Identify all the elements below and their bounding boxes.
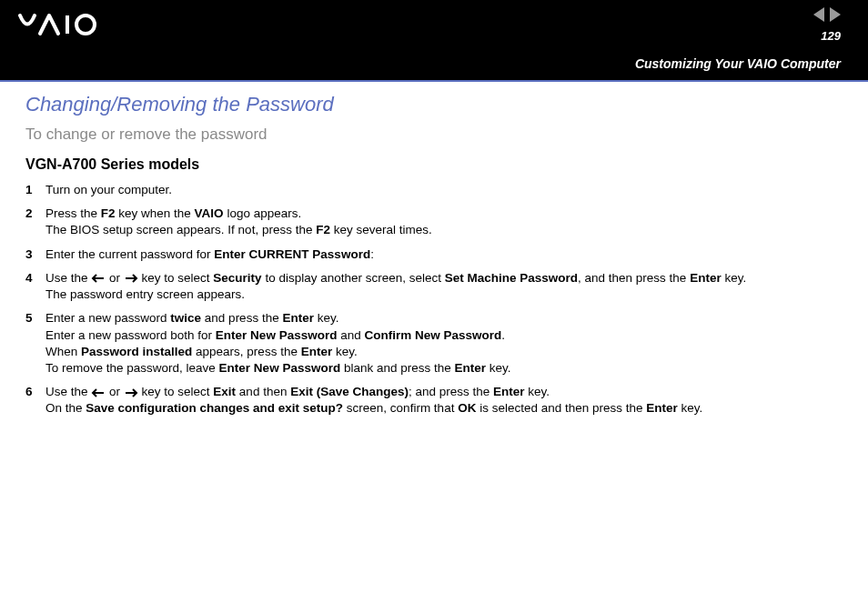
step-body: Use the or key to select Security to dis… [45,270,843,303]
nav-prev-icon[interactable] [813,7,824,22]
step-item: 3Enter the current password for Enter CU… [25,246,843,263]
step-body: Press the F2 key when the VAIO logo appe… [45,206,843,238]
step-item: 5Enter a new password twice and press th… [25,310,843,377]
step-item: 1Turn on your computer. [25,182,843,198]
page-number: 129 [821,29,841,43]
step-body: Turn on your computer. [45,182,843,198]
step-number: 6 [25,384,45,417]
step-body: Enter a new password twice and press the… [45,310,843,377]
step-number: 4 [25,270,45,303]
steps-list: 1Turn on your computer.2Press the F2 key… [25,182,843,417]
step-item: 4Use the or key to select Security to di… [25,270,843,303]
step-number: 5 [25,310,45,377]
step-number: 2 [25,206,45,238]
nav-next-icon[interactable] [830,7,841,22]
section-title: Changing/Removing the Password [25,93,843,116]
header-subtitle: Customizing Your VAIO Computer [635,56,841,71]
nav-arrows [813,7,841,22]
vaio-logo [18,13,109,40]
document-header: 129 Customizing Your VAIO Computer [0,0,868,82]
step-item: 2Press the F2 key when the VAIO logo app… [25,206,843,238]
section-subtitle: To change or remove the password [25,126,843,144]
document-content: Changing/Removing the Password To change… [0,82,868,443]
step-number: 3 [25,246,45,263]
step-body: Enter the current password for Enter CUR… [45,246,843,263]
step-body: Use the or key to select Exit and then E… [45,384,843,417]
svg-rect-0 [66,15,69,34]
model-title: VGN-A700 Series models [25,156,843,173]
step-item: 6Use the or key to select Exit and then … [25,384,843,417]
step-number: 1 [25,182,45,198]
svg-point-1 [76,15,95,34]
